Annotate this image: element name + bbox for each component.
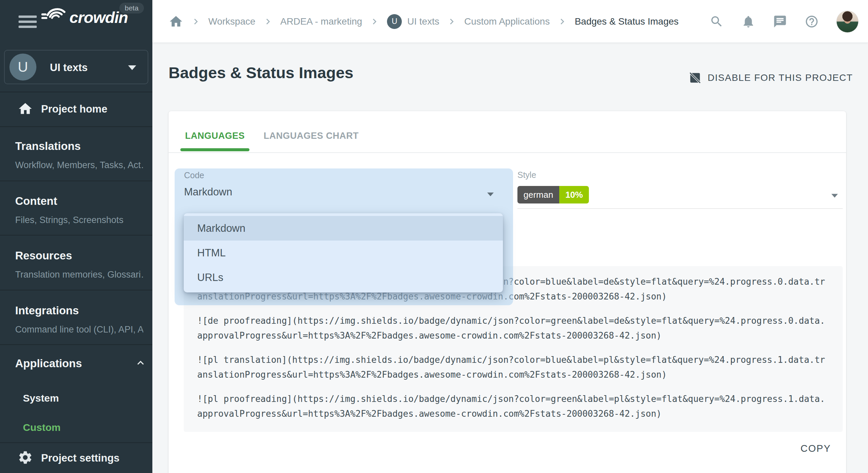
dropdown-option-markdown[interactable]: Markdown [184, 216, 503, 241]
badge-label-segment: german [517, 186, 559, 203]
project-avatar: U [9, 54, 36, 81]
home-icon[interactable] [169, 14, 183, 29]
sidebar-item-applications[interactable]: Applications [15, 357, 82, 370]
breadcrumb-item-workspace[interactable]: Workspace [208, 16, 256, 27]
image-disabled-icon [689, 71, 701, 84]
section-title: Content [15, 195, 143, 208]
hamburger-menu-icon[interactable] [19, 15, 37, 28]
sidebar-item-label: Project home [41, 103, 107, 115]
project-name: UI texts [50, 62, 88, 74]
dropdown-option-html[interactable]: HTML [184, 241, 503, 265]
sidebar-item-system[interactable]: System [23, 392, 59, 404]
copy-button[interactable]: COPY [801, 443, 831, 454]
sidebar: crowdin beta U UI texts Project home Tra… [0, 0, 152, 473]
breadcrumb-project-avatar: U [387, 14, 402, 29]
beta-badge: beta [119, 3, 144, 13]
style-field-label: Style [517, 170, 536, 180]
code-snippet: ![de proofreading](https://img.shields.i… [197, 313, 829, 343]
gear-icon [18, 450, 33, 465]
topbar: Workspace ARDEA - marketing U UI texts C… [152, 0, 868, 43]
disable-for-project-button[interactable]: DISABLE FOR THIS PROJECT [689, 71, 853, 84]
crowdin-logo[interactable]: crowdin [39, 7, 128, 28]
chevron-right-icon [190, 16, 202, 27]
dropdown-option-urls[interactable]: URLs [184, 265, 503, 290]
breadcrumb-item-organization[interactable]: ARDEA - marketing [280, 16, 362, 27]
breadcrumb-item-project[interactable]: UI texts [407, 16, 439, 27]
chevron-down-icon [487, 192, 493, 196]
home-icon [18, 101, 33, 117]
crowdin-logo-icon [39, 7, 68, 28]
section-subtitle: Command line tool (CLI), API, A… [15, 324, 143, 335]
tab-languages[interactable]: LANGUAGES [180, 124, 249, 151]
user-avatar[interactable] [836, 10, 859, 33]
page-title: Badges & Status Images [169, 63, 354, 82]
search-icon[interactable] [710, 14, 724, 29]
sidebar-item-resources[interactable]: Resources Translation memories, Glossari… [15, 249, 143, 280]
chevron-right-icon [369, 16, 380, 27]
crowdin-app-screen: crowdin beta U UI texts Project home Tra… [0, 0, 868, 473]
section-subtitle: Workflow, Members, Tasks, Act… [15, 160, 143, 170]
chevron-down-icon [128, 65, 136, 70]
code-select[interactable]: Markdown [184, 186, 232, 198]
project-switcher[interactable]: U UI texts [4, 50, 148, 84]
chevron-down-icon [831, 194, 838, 197]
chevron-right-icon [446, 16, 457, 27]
tabs: LANGUAGES LANGUAGES CHART [180, 124, 363, 151]
sidebar-item-translations[interactable]: Translations Workflow, Members, Tasks, A… [15, 140, 143, 170]
chevron-right-icon [557, 16, 568, 27]
section-title: Resources [15, 249, 143, 262]
disable-button-label: DISABLE FOR THIS PROJECT [708, 72, 853, 83]
style-select[interactable]: german 10% [517, 185, 843, 208]
sidebar-item-integrations[interactable]: Integrations Command line tool (CLI), AP… [15, 304, 143, 335]
chat-icon[interactable] [773, 14, 787, 29]
tab-languages-chart[interactable]: LANGUAGES CHART [259, 124, 363, 151]
divider [0, 181, 152, 181]
sidebar-item-content[interactable]: Content Files, Strings, Screenshots [15, 195, 143, 225]
divider [169, 152, 846, 153]
chevron-up-icon[interactable] [134, 356, 147, 369]
brand-wordmark: crowdin [69, 8, 128, 27]
breadcrumb-item-current: Badges & Status Images [575, 16, 679, 27]
sidebar-item-project-settings[interactable]: Project settings [0, 443, 152, 473]
topbar-actions [710, 0, 859, 43]
breadcrumb: Workspace ARDEA - marketing U UI texts C… [169, 0, 679, 43]
sidebar-item-project-home[interactable]: Project home [0, 92, 152, 126]
section-subtitle: Translation memories, Glossari… [15, 270, 143, 280]
section-title: Translations [15, 140, 143, 153]
style-badge-preview: german 10% [517, 186, 589, 203]
badge-value-segment: 10% [559, 186, 589, 203]
divider [517, 208, 843, 209]
divider [0, 344, 152, 345]
section-title: Integrations [15, 304, 143, 317]
sidebar-item-label: Project settings [41, 452, 120, 464]
divider [0, 126, 152, 127]
chevron-right-icon [262, 16, 274, 27]
help-icon[interactable] [805, 14, 819, 29]
divider [0, 235, 152, 235]
code-dropdown-menu: Markdown HTML URLs [184, 213, 503, 292]
code-field-label: Code [184, 170, 204, 180]
sidebar-item-custom[interactable]: Custom [23, 422, 61, 433]
breadcrumb-item-custom-applications[interactable]: Custom Applications [464, 16, 550, 27]
code-snippet: ![pl translation](https://img.shields.io… [197, 352, 829, 382]
section-subtitle: Files, Strings, Screenshots [15, 215, 143, 225]
divider [0, 290, 152, 290]
code-snippet: ![pl proofreading](https://img.shields.i… [197, 391, 829, 421]
bell-icon[interactable] [741, 14, 755, 29]
